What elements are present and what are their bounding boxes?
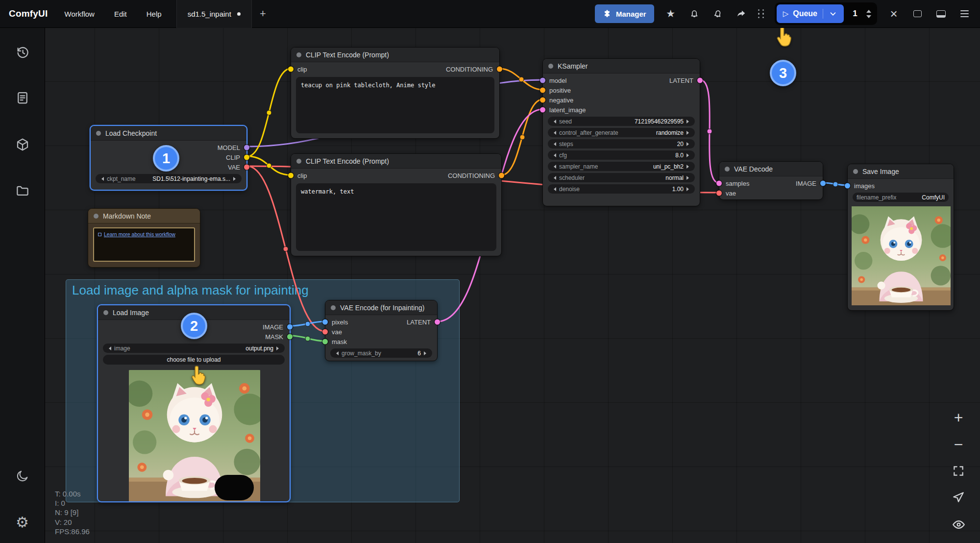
node-title-bar[interactable]: Save Image (848, 164, 954, 179)
increment-arrow-icon[interactable] (686, 153, 691, 157)
notification-bell-2-button[interactable] (711, 7, 725, 21)
image-file-widget[interactable]: image output.png (103, 344, 285, 353)
sidebar-model-library-button[interactable] (11, 134, 34, 155)
collapse-dot-icon[interactable] (853, 169, 858, 174)
node-title-bar[interactable]: VAE Decode (719, 162, 823, 176)
collapse-dot-icon[interactable] (548, 64, 553, 69)
filename-prefix-widget[interactable]: filename_prefix ComfyUI (853, 193, 949, 202)
grow-mask-by-widget[interactable]: grow_mask_by 6 (330, 348, 432, 358)
samples-port-icon[interactable] (716, 181, 722, 186)
collapse-dot-icon[interactable] (296, 159, 301, 164)
sampler-name-widget[interactable]: sampler_name uni_pc_bh2 (548, 162, 695, 171)
mask-port-icon[interactable] (287, 334, 293, 340)
step-up-icon[interactable] (866, 7, 871, 13)
increment-arrow-icon[interactable] (686, 142, 691, 146)
step-down-icon[interactable] (866, 15, 871, 21)
star-button[interactable]: ★ (664, 7, 678, 21)
collapse-dot-icon[interactable] (103, 310, 108, 315)
zoom-in-button[interactable]: + (948, 407, 969, 428)
latent-image-port-icon[interactable] (540, 107, 545, 113)
drag-handle-icon[interactable] (758, 9, 765, 19)
control-after-generate-widget[interactable]: control_after_generate randomize (548, 128, 695, 137)
vae-port-icon[interactable] (322, 329, 328, 335)
select-mode-button[interactable] (948, 487, 969, 508)
workflow-docs-link[interactable]: Learn more about this workflow (98, 231, 190, 237)
node-save-image[interactable]: Save Image images filename_prefix ComfyU… (847, 164, 954, 311)
model-port-icon[interactable] (244, 145, 249, 150)
manager-button[interactable]: Manager (595, 4, 654, 23)
queue-button[interactable]: ▷ Queue (777, 4, 844, 23)
seed-widget[interactable]: seed 712195462929595 (548, 117, 695, 126)
decrement-arrow-icon[interactable] (334, 351, 339, 355)
workflow-tab[interactable]: sd1.5_inpaint (176, 0, 252, 28)
prompt-textarea[interactable]: teacup on pink tablecloth, Anime style (296, 77, 494, 133)
node-title-bar[interactable]: KSampler (543, 59, 700, 74)
increment-arrow-icon[interactable] (686, 165, 691, 169)
vae-port-icon[interactable] (244, 165, 249, 170)
node-ksampler[interactable]: KSampler LATENT model positive negative (542, 58, 700, 206)
decrement-arrow-icon[interactable] (107, 346, 111, 350)
node-clip-text-encode-negative[interactable]: CLIP Text Encode (Prompt) clip CONDITION… (291, 153, 502, 256)
prompt-textarea[interactable]: watermark, text (296, 183, 496, 251)
bottom-panel-button[interactable] (934, 7, 948, 21)
queue-count-stepper[interactable] (866, 9, 871, 19)
increment-arrow-icon[interactable] (686, 131, 691, 135)
pixels-port-icon[interactable] (322, 320, 328, 325)
collapse-dot-icon[interactable] (331, 305, 336, 310)
menu-button[interactable] (957, 7, 971, 21)
denoise-widget[interactable]: denoise 1.00 (548, 184, 695, 194)
conditioning-port-icon[interactable] (497, 67, 502, 72)
node-vae-decode[interactable]: VAE Decode IMAGE samples vae (719, 161, 823, 200)
increment-arrow-icon[interactable] (276, 346, 281, 350)
images-port-icon[interactable] (845, 183, 850, 189)
share-button[interactable] (735, 7, 748, 21)
collapse-dot-icon[interactable] (725, 167, 730, 172)
node-markdown-note[interactable]: Markdown Note Learn more about this work… (88, 208, 200, 268)
node-title-bar[interactable]: Markdown Note (88, 209, 200, 223)
model-port-icon[interactable] (540, 78, 545, 83)
node-title-bar[interactable]: CLIP Text Encode (Prompt) (291, 48, 499, 62)
theme-toggle-button[interactable] (11, 465, 34, 487)
queue-count[interactable]: 1 (844, 9, 866, 19)
decrement-arrow-icon[interactable] (552, 187, 556, 191)
decrement-arrow-icon[interactable] (99, 177, 104, 181)
increment-arrow-icon[interactable] (686, 187, 691, 191)
scheduler-widget[interactable]: scheduler normal (548, 173, 695, 182)
sidebar-queue-history-button[interactable] (11, 42, 34, 63)
increment-arrow-icon[interactable] (424, 351, 428, 355)
clip-input-port-icon[interactable] (288, 67, 294, 72)
new-workflow-button[interactable]: + (252, 8, 274, 19)
menu-workflow[interactable]: Workflow (65, 10, 95, 18)
interrupt-button[interactable]: × (887, 7, 901, 21)
zoom-out-button[interactable]: − (948, 434, 969, 455)
image-port-icon[interactable] (287, 324, 293, 330)
settings-button[interactable]: ⚙ (11, 512, 34, 533)
collapse-dot-icon[interactable] (96, 131, 101, 136)
maximize-button[interactable] (910, 7, 924, 21)
steps-widget[interactable]: steps 20 (548, 139, 695, 148)
node-vae-encode-inpainting[interactable]: VAE Encode (for Inpainting) LATENT pixel… (325, 300, 438, 361)
decrement-arrow-icon[interactable] (552, 176, 556, 180)
node-title-bar[interactable]: VAE Encode (for Inpainting) (325, 300, 437, 315)
decrement-arrow-icon[interactable] (552, 120, 556, 123)
node-title-bar[interactable]: CLIP Text Encode (Prompt) (291, 154, 501, 169)
increment-arrow-icon[interactable] (233, 177, 238, 181)
decrement-arrow-icon[interactable] (552, 153, 556, 157)
notification-bell-button[interactable] (687, 7, 701, 21)
cfg-widget[interactable]: cfg 8.0 (548, 150, 695, 160)
choose-file-button[interactable]: choose file to upload (103, 355, 285, 365)
ckpt-name-widget[interactable]: ckpt_name SD1.5\512-inpainting-ema.s... (96, 174, 242, 183)
increment-arrow-icon[interactable] (686, 176, 691, 180)
decrement-arrow-icon[interactable] (552, 165, 556, 169)
menu-help[interactable]: Help (147, 10, 162, 18)
decrement-arrow-icon[interactable] (552, 142, 556, 146)
mask-port-icon[interactable] (322, 339, 328, 345)
collapse-dot-icon[interactable] (296, 52, 301, 57)
vae-port-icon[interactable] (716, 191, 722, 196)
positive-port-icon[interactable] (540, 88, 545, 93)
node-title-bar[interactable]: Load Checkpoint (91, 126, 246, 141)
increment-arrow-icon[interactable] (686, 120, 691, 123)
clip-port-icon[interactable] (244, 155, 249, 160)
decrement-arrow-icon[interactable] (552, 131, 556, 135)
negative-port-icon[interactable] (540, 98, 545, 103)
